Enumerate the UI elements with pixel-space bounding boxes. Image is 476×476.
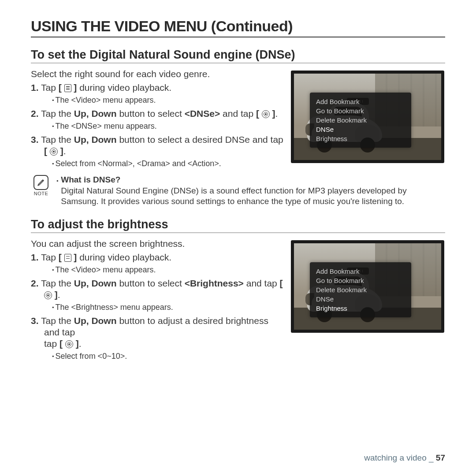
menu-item-highlighted: Brightness [316,304,405,313]
s1-step2-c: button to select [117,108,185,119]
section2-step3: 3. Tap the Up, Down button to adjust a d… [31,315,285,350]
page-footer: watching a video _ 57 [364,453,445,463]
s1-step3-sub: Select from <Normal>, <Drama> and <Actio… [52,159,285,169]
s1-step3-c: button to select a desired DNSe and tap [117,134,283,145]
menu-item: Delete Bookmark [316,115,405,125]
section1-step3: 3. Tap the Up, Down button to select a d… [31,134,285,157]
s2-step3-a: Tap the [41,316,74,326]
note-label: NOTE [31,191,51,196]
menu-item: Go to Bookmark [316,106,405,115]
s2-step1-a: Tap [41,252,59,262]
s2-step2-a: Tap the [41,278,74,288]
note-icon-wrap: NOTE [31,175,51,196]
select-icon [65,340,73,348]
section2-intro: You can adjust the screen brightness. [31,238,285,249]
menu-item: Delete Bookmark [316,285,405,294]
menu-item: DNSe [316,294,405,304]
section2-row: You can adjust the screen brightness. 1.… [31,238,445,364]
s2-step3-b: Up, Down [74,316,117,326]
note-text: Digital Natural Sound Engine (DNSe) is a… [61,186,445,207]
s2-step2-sub: The <Brightness> menu appears. [52,302,285,312]
footer-page: 57 [436,453,445,462]
section1-row: Select the right sound for each video ge… [31,69,445,171]
s2-step2-b: Up, Down [74,278,117,288]
menu-icon [64,84,71,92]
section1-figure-column: TAXI Add Bookmark Go to Bookmark Delete … [291,69,445,168]
menu-item: Add Bookmark [316,267,405,276]
select-icon [44,291,52,299]
note-block: NOTE ▪ What is DNSe? Digital Natural Sou… [31,175,445,207]
section1-steps: 1. Tap [ ] during video playback. The <V… [31,82,285,169]
s1-step2-sub: The <DNSe> menu appears. [52,121,285,131]
s2-step2-d: <Brightness> [185,278,244,288]
s1-step2-b: Up, Down [74,108,117,119]
select-icon [50,148,58,156]
menu-icon [64,254,71,262]
note-title: What is DNSe? [61,175,445,185]
menu-item: Add Bookmark [316,97,405,106]
section1-step2: 2. Tap the Up, Down button to select <DN… [31,108,285,119]
footer-text: watching a video _ [364,453,436,462]
pencil-icon [37,178,45,187]
s2-step2-e: and tap [244,278,280,288]
video-menu-overlay: Add Bookmark Go to Bookmark Delete Bookm… [310,262,411,317]
s2-step2-c: button to select [117,278,185,288]
section1-text-column: Select the right sound for each video ge… [31,69,285,171]
section2-step2: 2. Tap the Up, Down button to select <Br… [31,278,285,301]
section2-heading: To adjust the brightness [31,218,445,233]
s1-step1-b: during video playback. [77,82,171,93]
device-screenshot-dnse: TAXI Add Bookmark Go to Bookmark Delete … [291,71,444,163]
s1-step2-e: and tap [220,108,256,119]
section1-heading: To set the Digital Natural Sound engine … [31,48,445,63]
select-icon [262,110,270,118]
section2-step1: 1. Tap [ ] during video playback. [31,252,285,263]
s1-step3-a: Tap the [41,134,74,145]
s2-step1-sub: The <Video> menu appears. [52,265,285,275]
s1-step1-a: Tap [41,82,59,93]
s1-step3-b: Up, Down [74,134,117,145]
menu-item-highlighted: DNSe [316,125,405,134]
note-body: ▪ What is DNSe? Digital Natural Sound En… [56,175,445,207]
s1-step2-d: <DNSe> [185,108,220,119]
section2-steps: 1. Tap [ ] during video playback. The <V… [31,252,285,361]
s2-step1-b: during video playback. [77,252,171,262]
menu-item: Go to Bookmark [316,276,405,285]
s2-step3-sub: Select from <0~10>. [52,351,285,361]
note-icon [33,175,48,190]
section1-step1: 1. Tap [ ] during video playback. [31,82,285,93]
video-menu-overlay: Add Bookmark Go to Bookmark Delete Bookm… [310,93,411,148]
s1-step1-sub: The <Video> menu appears. [52,95,285,105]
menu-item: Brightness [316,134,405,143]
section2-figure-column: TAXI Add Bookmark Go to Bookmark Delete … [291,238,445,338]
section2-text-column: You can adjust the screen brightness. 1.… [31,238,285,364]
s1-step2-a: Tap the [41,108,74,119]
section1-intro: Select the right sound for each video ge… [31,69,285,79]
page-title: USING THE VIDEO MENU (Continued) [31,18,445,37]
device-screenshot-brightness: TAXI Add Bookmark Go to Bookmark Delete … [291,240,444,333]
